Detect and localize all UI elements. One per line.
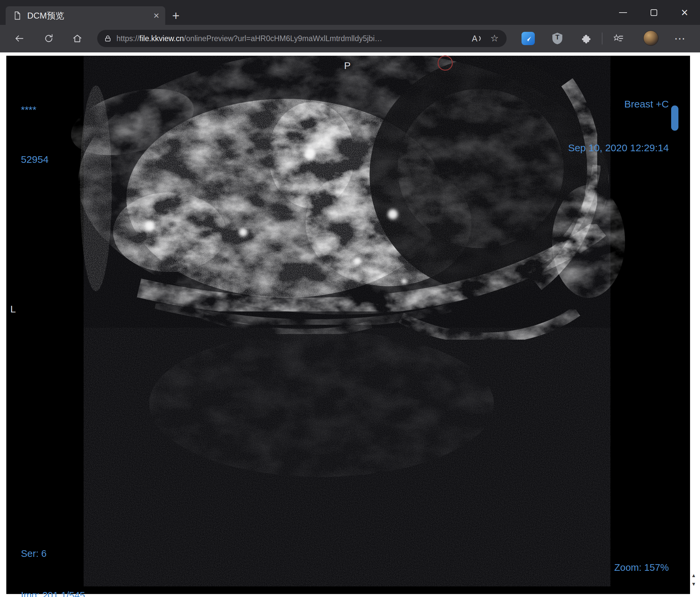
window-controls: ×: [607, 0, 700, 25]
scroll-down-button[interactable]: ▼: [690, 580, 698, 588]
read-aloud-letter: A: [472, 34, 477, 44]
series-label: Ser: 6: [21, 547, 161, 561]
display-info-block: Zoom: 157% W: 778 L: 389 Lossless / Unco…: [559, 533, 669, 597]
favorites-hub-button[interactable]: [612, 32, 625, 46]
favorites-star-lines-icon: [614, 34, 624, 44]
zoom-label: Zoom: 157%: [559, 561, 669, 574]
back-arrow-icon: [14, 33, 24, 44]
maximize-icon: [651, 9, 657, 16]
annotation-circle[interactable]: [438, 55, 453, 71]
blue-extension-icon[interactable]: [522, 32, 535, 45]
lock-icon: [104, 34, 112, 43]
close-window-button[interactable]: ×: [669, 0, 700, 25]
navigation-toolbar: https://file.kkview.cn/onlinePreview?url…: [0, 25, 700, 52]
patient-id-masked: ****: [21, 102, 48, 118]
read-aloud-wave-icon: [478, 34, 482, 43]
home-button[interactable]: [70, 31, 84, 46]
profile-avatar[interactable]: [643, 30, 658, 46]
page-favicon-icon: [13, 11, 22, 20]
study-description: Breast +C: [568, 97, 669, 111]
study-datetime: Sep 10, 2020 12:29:14: [568, 140, 669, 155]
image-index-label: Img: 201 1/545: [21, 588, 161, 597]
read-aloud-button[interactable]: A: [472, 34, 482, 44]
shield-letter: T: [551, 33, 564, 41]
orientation-marker-posterior: P: [344, 60, 351, 71]
series-info-block: Ser: 6 Img: 201 1/545 512 x 512 Loc: 109…: [21, 519, 161, 597]
extensions-button[interactable]: [580, 32, 593, 46]
page-content: **** 52954 P L Breast +C Sep 10, 2020 12…: [0, 52, 700, 597]
url-text: https://file.kkview.cn/onlinePreview?url…: [117, 34, 382, 43]
tab-title: DCM预览: [27, 10, 148, 22]
minimize-icon: [619, 12, 627, 13]
refresh-icon: [44, 33, 54, 44]
dicom-viewport[interactable]: **** 52954 P L Breast +C Sep 10, 2020 12…: [6, 56, 690, 594]
new-tab-button[interactable]: +: [169, 9, 183, 23]
patient-number: 52954: [21, 151, 48, 168]
tab-strip: DCM预览 × + ×: [0, 0, 700, 25]
url-path: /onlinePreview?url=aHR0cHM6Ly9maWxlLmtrd…: [184, 34, 382, 43]
shield-extension-icon[interactable]: T: [551, 32, 564, 45]
slice-scrollbar-thumb[interactable]: [671, 105, 678, 131]
maximize-button[interactable]: [638, 0, 669, 25]
add-favorite-star-icon[interactable]: ☆: [490, 34, 499, 43]
more-menu-button[interactable]: ⋯: [672, 31, 687, 46]
orientation-marker-left: L: [10, 304, 16, 314]
url-domain: file.kkview.cn: [139, 34, 184, 43]
close-icon: ×: [681, 7, 688, 19]
browser-tab[interactable]: DCM预览 ×: [6, 6, 165, 25]
back-button[interactable]: [12, 31, 27, 46]
url-scheme: https://: [117, 34, 139, 43]
home-icon: [72, 33, 82, 44]
blue-extension-glyph-icon: [524, 34, 532, 43]
scroll-up-button[interactable]: ▲: [690, 572, 698, 579]
refresh-button[interactable]: [42, 31, 56, 46]
minimize-button[interactable]: [607, 0, 638, 25]
tab-close-icon[interactable]: ×: [153, 10, 159, 21]
patient-info-block: **** 52954: [21, 68, 48, 201]
study-info-block: Breast +C Sep 10, 2020 12:29:14: [568, 68, 669, 184]
toolbar-divider: [602, 32, 602, 45]
address-bar[interactable]: https://file.kkview.cn/onlinePreview?url…: [97, 30, 506, 47]
puzzle-icon: [581, 34, 591, 44]
